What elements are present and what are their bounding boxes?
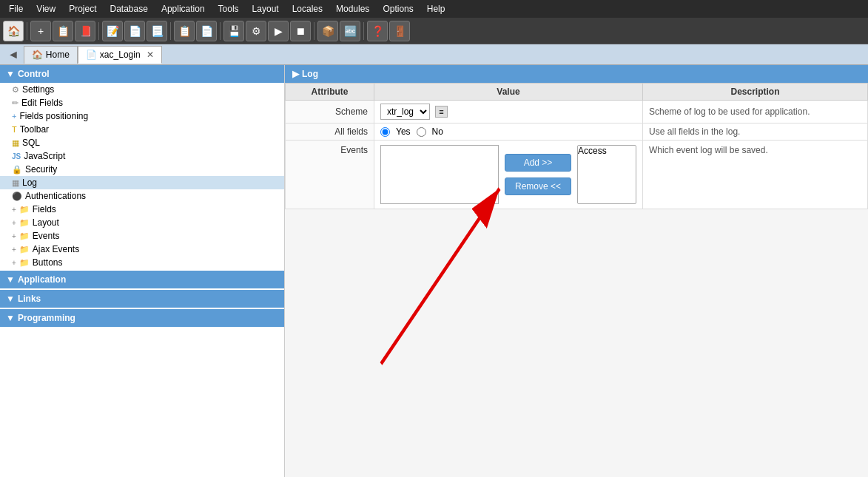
toolbar: 🏠 + 📋 📕 📝 📄 📃 📋 📄 💾 ⚙ ▶ ⏹ 📦 🔤 ❓ 🚪 bbox=[0, 18, 868, 44]
toolbar-help-btn[interactable]: ❓ bbox=[367, 21, 388, 41]
toolbar-edit2-btn[interactable]: 📄 bbox=[124, 21, 145, 41]
menu-help[interactable]: Help bbox=[421, 2, 451, 16]
sidebar-item-toolbar[interactable]: T Toolbar bbox=[0, 123, 284, 136]
tab-home[interactable]: 🏠 Home bbox=[24, 46, 78, 64]
toolbar-doc1-btn[interactable]: 📋 bbox=[174, 21, 195, 41]
menu-tools[interactable]: Tools bbox=[212, 2, 245, 16]
scheme-value-cell: xtr_log ≡ bbox=[374, 101, 643, 124]
auth-icon: ⚫ bbox=[12, 192, 22, 201]
toolbar-module-btn[interactable]: 📦 bbox=[317, 21, 338, 41]
scheme-select[interactable]: xtr_log bbox=[380, 104, 430, 120]
menu-view[interactable]: View bbox=[30, 2, 61, 16]
layout-folder-icon: 📁 bbox=[19, 218, 30, 228]
events-value-cell: Add >> Remove << Access bbox=[374, 141, 643, 209]
access-select[interactable]: Access bbox=[577, 145, 636, 204]
radio-no-label: No bbox=[432, 126, 443, 137]
toolbar-exit-btn[interactable]: 🚪 bbox=[389, 21, 410, 41]
remove-btn[interactable]: Remove << bbox=[505, 177, 571, 195]
log-table: Attribute Value Description Scheme xtr_l… bbox=[285, 83, 868, 209]
js-icon: JS bbox=[12, 152, 21, 160]
menu-project[interactable]: Project bbox=[63, 2, 102, 16]
toolbar-home-btn[interactable]: 🏠 bbox=[3, 21, 24, 41]
radio-yes[interactable] bbox=[380, 127, 390, 137]
toolbar-edit3-btn[interactable]: 📃 bbox=[147, 21, 167, 41]
menu-options[interactable]: Options bbox=[377, 2, 419, 16]
sql-icon: ▦ bbox=[12, 138, 19, 148]
tab-close-btn[interactable]: ✕ bbox=[147, 50, 154, 60]
sidebar-item-events[interactable]: + 📁 Events bbox=[0, 229, 284, 243]
tab-xac-login[interactable]: 📄 xac_Login ✕ bbox=[78, 46, 162, 64]
menu-layout[interactable]: Layout bbox=[246, 2, 285, 16]
menu-application[interactable]: Application bbox=[155, 2, 211, 16]
events-desc: Which event log will be saved. bbox=[643, 141, 868, 209]
content-area: ▶ Log Attribute Value Description Scheme bbox=[285, 65, 868, 477]
tab-home-label: Home bbox=[46, 50, 70, 60]
sidebar-item-ajax-events[interactable]: + 📁 Ajax Events bbox=[0, 243, 284, 256]
sidebar-item-fields[interactable]: + 📁 Fields bbox=[0, 203, 284, 216]
menubar: File View Project Database Application T… bbox=[0, 0, 868, 18]
sidebar-item-sql[interactable]: ▦ SQL bbox=[0, 136, 284, 149]
expand-icon-ajax: + bbox=[12, 246, 16, 254]
events-attr: Events bbox=[286, 141, 374, 209]
toolbar-run-btn[interactable]: ▶ bbox=[268, 21, 289, 41]
toolbar-save-btn[interactable]: 💾 bbox=[223, 21, 244, 41]
toolbar-icon: T bbox=[12, 125, 17, 134]
toolbar-copy-btn[interactable]: 📋 bbox=[53, 21, 73, 41]
toolbar-sep-1 bbox=[27, 22, 27, 40]
sidebar-item-layout[interactable]: + 📁 Layout bbox=[0, 216, 284, 229]
expand-icon-layout: + bbox=[12, 219, 16, 227]
col-value: Value bbox=[374, 84, 643, 101]
expand-icon-events: + bbox=[12, 232, 16, 240]
sidebar-item-buttons[interactable]: + 📁 Buttons bbox=[0, 256, 284, 269]
sidebar-item-javascript[interactable]: JS JavaScript bbox=[0, 149, 284, 163]
toolbar-sep-4 bbox=[220, 22, 221, 40]
toolbar-sep-6 bbox=[363, 22, 364, 40]
toolbar-new-btn[interactable]: + bbox=[30, 21, 51, 41]
scheme-edit-btn[interactable]: ≡ bbox=[435, 106, 447, 118]
col-attribute: Attribute bbox=[286, 84, 374, 101]
sidebar-links-header[interactable]: ▼ Links bbox=[0, 290, 284, 308]
sidebar: ▼ Control ⚙ Settings ✏ Edit Fields + Fie… bbox=[0, 65, 285, 477]
sidebar-application-header[interactable]: ▼ Application bbox=[0, 271, 284, 288]
add-btn[interactable]: Add >> bbox=[505, 154, 571, 172]
sidebar-item-edit-fields[interactable]: ✏ Edit Fields bbox=[0, 96, 284, 109]
menu-modules[interactable]: Modules bbox=[330, 2, 375, 16]
sidebar-item-fields-positioning[interactable]: + Fields positioning bbox=[0, 109, 284, 123]
toolbar-edit1-btn[interactable]: 📝 bbox=[102, 21, 123, 41]
sidebar-item-security[interactable]: 🔒 Security bbox=[0, 163, 284, 176]
toolbar-settings-btn[interactable]: ⚙ bbox=[246, 21, 266, 41]
sidebar-programming-label: Programming bbox=[18, 313, 75, 323]
log-panel-header: ▶ Log bbox=[285, 65, 868, 83]
events-folder-icon: 📁 bbox=[19, 231, 30, 241]
events-list[interactable] bbox=[380, 145, 499, 204]
sidebar-programming-header[interactable]: ▼ Programming bbox=[0, 309, 284, 327]
sidebar-item-settings[interactable]: ⚙ Settings bbox=[0, 83, 284, 96]
menu-locales[interactable]: Locales bbox=[286, 2, 329, 16]
tab-left-arrow[interactable]: ◄ bbox=[3, 48, 24, 61]
all-fields-desc: Use all fields in the log. bbox=[643, 124, 868, 141]
log-header-arrow: ▶ bbox=[292, 69, 299, 79]
expand-icon-buttons: + bbox=[12, 259, 16, 267]
control-arrow-icon: ▼ bbox=[6, 69, 15, 79]
radio-no[interactable] bbox=[417, 127, 426, 137]
scheme-attr: Scheme bbox=[286, 101, 374, 124]
menu-file[interactable]: File bbox=[3, 2, 29, 16]
sidebar-item-log[interactable]: ▦ Log bbox=[0, 176, 284, 189]
all-fields-radio-group: Yes No bbox=[380, 126, 636, 137]
row-scheme: Scheme xtr_log ≡ Scheme of log to be use… bbox=[286, 101, 868, 124]
menu-database[interactable]: Database bbox=[104, 2, 154, 16]
toolbar-abc-btn[interactable]: 🔤 bbox=[340, 21, 360, 41]
sidebar-item-authentications[interactable]: ⚫ Authentications bbox=[0, 189, 284, 203]
toolbar-sep-2 bbox=[98, 22, 99, 40]
sql-label: SQL bbox=[22, 138, 40, 148]
toolbar-doc2-btn[interactable]: 📄 bbox=[196, 21, 217, 41]
toolbar-sep-3 bbox=[170, 22, 171, 40]
toolbar-media-btn[interactable]: ⏹ bbox=[290, 21, 311, 41]
tab-file-icon: 📄 bbox=[86, 50, 97, 60]
buttons-tree-label: Buttons bbox=[33, 257, 63, 268]
sidebar-application-label: Application bbox=[18, 274, 66, 285]
layout-tree-label: Layout bbox=[33, 217, 59, 228]
sidebar-control-header[interactable]: ▼ Control bbox=[0, 65, 284, 83]
toolbar-delete-btn[interactable]: 📕 bbox=[75, 21, 95, 41]
fields-folder-icon: 📁 bbox=[19, 205, 30, 214]
